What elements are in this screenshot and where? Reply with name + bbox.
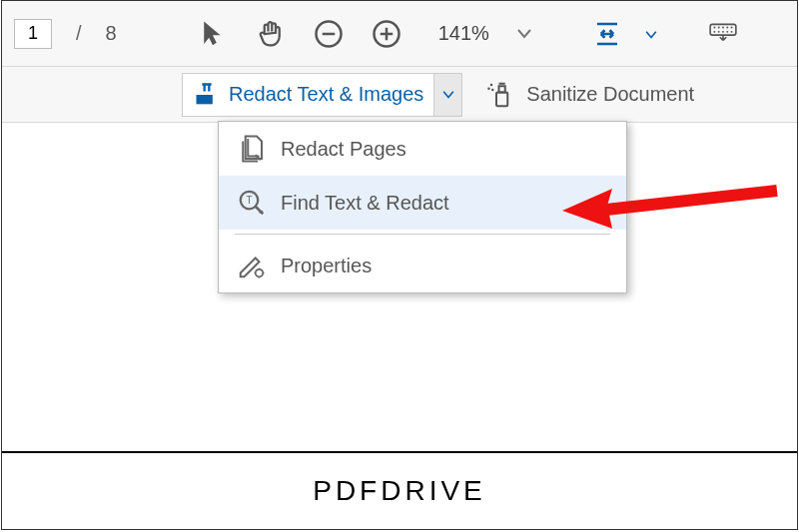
svg-point-21 — [491, 88, 494, 91]
menu-item-label: Redact Pages — [281, 138, 406, 161]
page-number-input[interactable] — [14, 19, 52, 49]
redact-marker-icon — [193, 81, 221, 109]
footer-bar: PDFDRIVE — [2, 451, 797, 529]
svg-rect-16 — [197, 95, 213, 104]
svg-point-20 — [488, 87, 491, 90]
plus-circle-icon — [372, 19, 401, 49]
search-text-icon: T — [237, 188, 267, 218]
svg-point-10 — [730, 26, 732, 28]
svg-point-7 — [718, 26, 720, 28]
zoom-out-button[interactable] — [309, 14, 349, 54]
svg-point-15 — [730, 30, 732, 32]
zoom-dropdown-caret[interactable] — [517, 25, 531, 43]
svg-rect-5 — [710, 24, 736, 35]
fit-dropdown-caret[interactable] — [645, 25, 657, 43]
footer-brand: PDFDRIVE — [313, 475, 486, 507]
red-arrow-icon — [557, 181, 787, 241]
sanitize-button-label: Sanitize Document — [526, 83, 694, 106]
pages-icon — [237, 134, 267, 164]
menu-item-properties[interactable]: Properties — [219, 239, 626, 292]
svg-point-19 — [490, 83, 493, 86]
redaction-toolbar: Redact Text & Images Sanitize Document — [2, 67, 797, 123]
svg-point-12 — [718, 30, 720, 32]
keyboard-icon — [708, 19, 738, 49]
menu-divider — [235, 234, 610, 235]
redact-button-label: Redact Text & Images — [229, 83, 423, 106]
caret-down-icon — [442, 91, 454, 99]
menu-item-redact-pages[interactable]: Redact Pages — [219, 122, 626, 176]
selection-tool-button[interactable] — [193, 14, 233, 54]
minus-circle-icon — [314, 19, 344, 49]
zoom-level-display[interactable]: 141% — [438, 22, 489, 45]
hand-icon — [256, 19, 286, 49]
hand-tool-button[interactable] — [251, 14, 291, 54]
pencil-gear-icon — [237, 251, 267, 280]
svg-point-14 — [726, 30, 728, 32]
svg-rect-18 — [499, 86, 505, 92]
svg-point-8 — [722, 26, 724, 28]
spray-bottle-icon — [486, 80, 516, 110]
fit-width-button[interactable] — [587, 14, 627, 54]
svg-point-9 — [726, 26, 728, 28]
caret-down-icon — [645, 31, 657, 39]
svg-point-6 — [713, 26, 715, 28]
menu-item-label: Find Text & Redact — [281, 192, 449, 215]
main-toolbar: / 8 141% — [2, 1, 797, 67]
caret-down-icon — [517, 29, 531, 39]
keyboard-button[interactable] — [703, 14, 743, 54]
page-total: 8 — [106, 22, 117, 45]
svg-rect-17 — [496, 92, 507, 106]
sanitize-document-button[interactable]: Sanitize Document — [486, 80, 694, 110]
fit-width-icon — [592, 19, 622, 49]
redact-dropdown-toggle[interactable] — [434, 73, 462, 117]
svg-point-13 — [722, 30, 724, 32]
svg-point-11 — [713, 30, 715, 32]
annotation-arrow — [557, 181, 787, 245]
cursor-icon — [198, 19, 228, 49]
page-separator: / — [76, 22, 82, 45]
svg-text:T: T — [246, 195, 252, 206]
menu-item-label: Properties — [281, 255, 372, 277]
zoom-in-button[interactable] — [367, 14, 406, 54]
redact-text-images-button[interactable]: Redact Text & Images — [182, 73, 434, 117]
